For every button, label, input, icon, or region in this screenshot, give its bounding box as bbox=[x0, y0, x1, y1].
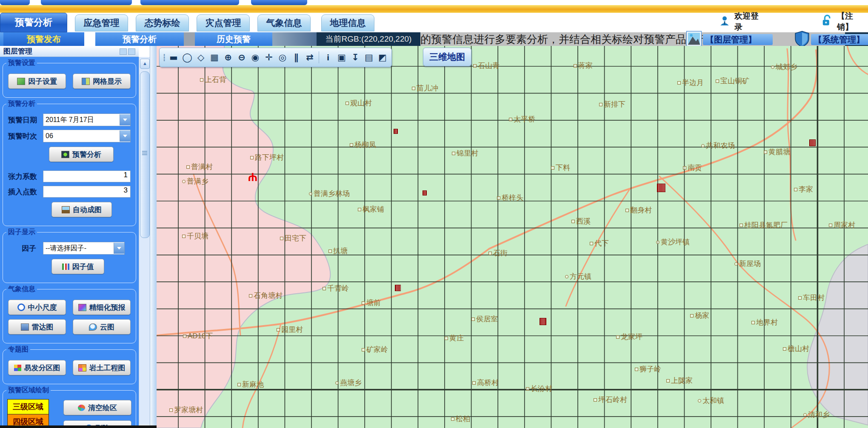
place-label: 石山青 bbox=[473, 61, 500, 71]
map-3d-button[interactable]: 三维地图 bbox=[423, 48, 471, 66]
tab-situation-plotting[interactable]: 态势标绘 bbox=[136, 14, 189, 31]
measure-polygon-icon[interactable]: ◇ bbox=[194, 50, 207, 65]
zoom-in-icon[interactable]: ⊕ bbox=[222, 50, 234, 65]
place-name: 塘前 bbox=[366, 298, 381, 308]
tension-input[interactable]: 1 bbox=[43, 170, 131, 182]
place-name: 枫家铺 bbox=[363, 204, 384, 214]
clipped-panel-sliver bbox=[84, 32, 95, 46]
place-label: 清和乡 bbox=[803, 410, 830, 419]
button-label: 岩土工程图 bbox=[89, 363, 126, 373]
place-label: 路下坪村 bbox=[250, 153, 284, 162]
place-name: 矿家岭 bbox=[366, 345, 388, 354]
panel-splitter[interactable] bbox=[150, 46, 157, 428]
auto-map-button[interactable]: 自动成图 bbox=[51, 202, 112, 217]
place-name: 石角塘村 bbox=[254, 291, 283, 300]
button-label: 精细化预报 bbox=[89, 303, 126, 312]
clear-draw-button[interactable]: 清空绘区 bbox=[63, 400, 131, 415]
fine-forecast-button[interactable]: 精细化预报 bbox=[73, 300, 131, 315]
place-label: 西溪 bbox=[571, 216, 591, 226]
geotech-icon bbox=[78, 364, 86, 371]
zoom-out-icon[interactable]: ⊖ bbox=[235, 50, 248, 65]
tab-geographic-info[interactable]: 地理信息 bbox=[321, 14, 374, 31]
radar-map-button[interactable]: 雷达图 bbox=[8, 319, 66, 334]
pan-hand-icon[interactable]: ✛ bbox=[263, 50, 275, 65]
measure-distance-icon[interactable]: ▬ bbox=[167, 50, 180, 65]
sidebar-title: 图层管理 bbox=[0, 46, 139, 57]
cloud-icon bbox=[89, 323, 97, 331]
tab-disaster-points[interactable]: 灾点管理 bbox=[197, 14, 250, 31]
clear-graphics-icon[interactable]: ◩ bbox=[376, 50, 389, 65]
place-label: 车田村 bbox=[798, 293, 825, 303]
place-marker-icon bbox=[362, 301, 365, 305]
grid-display-button[interactable]: 网格显示 bbox=[73, 74, 131, 89]
map-canvas[interactable]: 上石背观山村苗儿冲石山青蒋家半边月宝山铜矿城郊乡新排下太平桥共和农场黄腊塘杨柳凤… bbox=[157, 46, 868, 428]
meso-scale-button[interactable]: 中小尺度 bbox=[8, 300, 66, 315]
place-label: 周家村 bbox=[829, 220, 855, 230]
place-name: 千贝塘 bbox=[187, 231, 208, 241]
subnav-warning-publish[interactable]: 预警发布 bbox=[3, 32, 84, 46]
factor-select[interactable]: --请选择因子- bbox=[43, 242, 125, 255]
place-label: 翻身村 bbox=[625, 205, 652, 215]
export-map-icon[interactable]: ▣ bbox=[335, 50, 348, 65]
zoom-box-icon[interactable]: ◎ bbox=[276, 50, 289, 65]
cloud-map-button[interactable]: 云图 bbox=[73, 319, 131, 334]
place-label: 共和农场 bbox=[701, 141, 735, 150]
logout-link[interactable]: 【注销】 bbox=[837, 11, 868, 33]
place-marker-icon bbox=[829, 224, 832, 227]
place-marker-icon bbox=[452, 152, 455, 155]
place-label: 下料 bbox=[551, 163, 570, 173]
fishnet-grid-icon[interactable]: ▦ bbox=[208, 50, 221, 65]
place-name: 下料 bbox=[556, 163, 570, 173]
geotech-map-button[interactable]: 岩土工程图 bbox=[73, 360, 131, 375]
place-marker-icon bbox=[277, 328, 280, 332]
tab-warning-analysis[interactable]: 预警分析 bbox=[0, 13, 67, 32]
warning-analyze-button[interactable]: 预警分析 bbox=[49, 147, 114, 162]
pause-icon[interactable]: ∥ bbox=[290, 50, 303, 65]
place-name: 普满乡林场 bbox=[314, 189, 350, 198]
hazard-zone-map-button[interactable]: 易发分区图 bbox=[8, 360, 66, 375]
factor-settings-icon bbox=[17, 78, 25, 85]
place-name: 高桥村 bbox=[477, 378, 499, 388]
refresh-icon[interactable]: ⇄ bbox=[303, 50, 316, 65]
tab-emergency-management[interactable]: 应急管理 bbox=[75, 14, 128, 31]
place-name: 太和镇 bbox=[702, 396, 724, 405]
place-marker-icon bbox=[186, 165, 190, 169]
system-manage-button[interactable]: 【系统管理】 bbox=[811, 34, 868, 45]
factor-value-button[interactable]: 因子值 bbox=[51, 259, 104, 274]
panel-button[interactable] bbox=[120, 48, 127, 55]
place-name: 车田村 bbox=[803, 293, 825, 303]
legend-level-3[interactable]: 三级区域 bbox=[7, 399, 49, 414]
scroll-up-arrow[interactable]: ▲ bbox=[140, 59, 150, 69]
place-name: 坪石岭村 bbox=[598, 395, 627, 405]
toolbar-grip-icon[interactable]: ┇ bbox=[162, 50, 166, 65]
group-title: 气象信息 bbox=[6, 285, 37, 294]
factor-settings-button[interactable]: 因子设置 bbox=[8, 74, 66, 89]
place-name: 宝山铜矿 bbox=[720, 76, 749, 86]
place-name: 代下 bbox=[594, 238, 609, 248]
identify-info-icon[interactable]: i bbox=[322, 50, 334, 65]
layer-manage-button[interactable]: 【图层管理】 bbox=[703, 34, 773, 45]
layer-manage-icon[interactable] bbox=[686, 31, 702, 47]
sidebar-scrollbar[interactable]: ▲ bbox=[139, 57, 150, 425]
bottom-edge bbox=[0, 425, 157, 428]
place-name: 普满村 bbox=[191, 162, 213, 172]
points-input[interactable]: 3 bbox=[43, 186, 131, 198]
place-marker-icon bbox=[764, 150, 767, 154]
place-marker-icon bbox=[412, 87, 415, 90]
save-image-icon[interactable]: ↧ bbox=[349, 50, 362, 65]
full-extent-icon[interactable]: ◉ bbox=[249, 50, 262, 65]
print-icon[interactable]: ▤ bbox=[363, 50, 375, 65]
warning-date-select[interactable]: 2011年 7月17日 bbox=[43, 113, 131, 126]
panel-button[interactable] bbox=[128, 48, 135, 55]
place-name: 城郊乡 bbox=[776, 62, 797, 72]
red-anchor-symbol: Ψ bbox=[248, 171, 257, 182]
measure-area-icon[interactable]: ◯ bbox=[181, 50, 194, 65]
tab-weather-info[interactable]: 气象信息 bbox=[257, 14, 311, 31]
subnav-warning-analysis[interactable]: 预警分析 bbox=[95, 32, 184, 46]
place-marker-icon bbox=[182, 235, 186, 238]
scrollbar-thumb[interactable] bbox=[140, 71, 150, 238]
welcome-login-link[interactable]: 欢迎登录 bbox=[734, 11, 765, 33]
warning-time-select[interactable]: 06 bbox=[43, 130, 131, 142]
subnav-history-warning[interactable]: 历史预警 bbox=[195, 32, 272, 46]
system-manage-shield-icon[interactable] bbox=[794, 31, 810, 47]
